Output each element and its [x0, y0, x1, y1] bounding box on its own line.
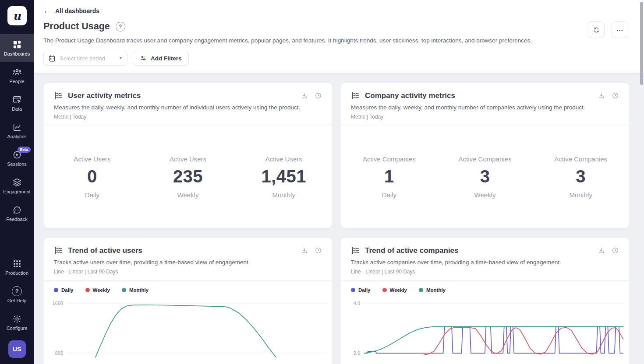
- legend-dot: [419, 288, 423, 292]
- metric-value: 1: [341, 167, 437, 186]
- legend-item-weekly[interactable]: Weekly: [382, 287, 407, 293]
- metric-label: Active Companies: [341, 155, 437, 163]
- legend-item-weekly[interactable]: Weekly: [85, 287, 110, 293]
- sidebar-item-engagement[interactable]: Engagement: [0, 172, 34, 200]
- download-icon[interactable]: [301, 92, 308, 99]
- legend-dot: [382, 288, 387, 292]
- page-header: ← All dashboards Product Usage ? ... The…: [34, 0, 644, 73]
- back-link[interactable]: ← All dashboards: [43, 7, 99, 14]
- chart-plot-area[interactable]: [67, 298, 326, 357]
- legend-item-daily[interactable]: Daily: [351, 287, 371, 293]
- title-help-icon[interactable]: ?: [116, 22, 125, 32]
- clock-icon[interactable]: [315, 247, 322, 254]
- dashboard-grid-icon: [12, 39, 22, 49]
- sidebar-nav: Dashboards People Data Analytics Beta: [0, 34, 34, 227]
- metric-label: Active Users: [44, 155, 140, 163]
- metric-value: 3: [437, 167, 533, 186]
- download-icon[interactable]: [598, 92, 605, 99]
- add-filters-button[interactable]: Add Filters: [133, 51, 189, 66]
- y-axis-label: 1600: [53, 301, 63, 306]
- y-axis-label: 2.0: [354, 350, 360, 356]
- legend-label: Monthly: [426, 287, 446, 293]
- legend-label: Weekly: [390, 287, 407, 293]
- metric-monthly-active-users: Active Users 1,451 Monthly: [236, 155, 332, 199]
- grid-dots-icon: [12, 259, 22, 269]
- widget-chart-icon: [54, 91, 63, 100]
- legend-item-daily[interactable]: Daily: [54, 287, 74, 293]
- chart-plot-area[interactable]: [364, 298, 623, 357]
- metric-period: Weekly: [140, 191, 236, 199]
- sidebar-item-data[interactable]: Data: [0, 89, 34, 117]
- sidebar-item-label: People: [9, 79, 24, 84]
- calendar-icon: [48, 55, 56, 62]
- chart-legend: Daily Weekly Monthly: [44, 281, 332, 297]
- logo-letter: u: [13, 10, 21, 21]
- layers-icon: [12, 177, 22, 187]
- download-icon[interactable]: [301, 247, 308, 254]
- legend-label: Weekly: [93, 287, 110, 293]
- sidebar-item-feedback[interactable]: Feedback: [0, 200, 34, 227]
- download-icon[interactable]: [598, 247, 605, 254]
- sidebar-item-label: Data: [12, 107, 22, 112]
- main-area: ← All dashboards Product Usage ? ... The…: [34, 0, 644, 364]
- sidebar-item-label: Production: [5, 271, 28, 276]
- legend-label: Daily: [61, 287, 74, 293]
- sidebar-item-sessions[interactable]: Beta Sessions: [0, 144, 34, 172]
- metric-daily-active-companies: Active Companies 1 Daily: [341, 155, 437, 199]
- y-axis: 4.02.0: [341, 298, 364, 357]
- card-title: Company activity metrics: [365, 91, 593, 100]
- clock-icon[interactable]: [315, 92, 322, 99]
- sidebar: u Dashboards People Data Analytics: [0, 0, 34, 364]
- sidebar-item-label: Feedback: [6, 217, 27, 222]
- sidebar-item-label: Engagement: [3, 189, 30, 194]
- sidebar-item-production[interactable]: Production: [0, 253, 34, 281]
- metric-weekly-active-companies: Active Companies 3 Weekly: [437, 155, 533, 199]
- user-avatar[interactable]: US: [8, 340, 26, 358]
- widget-chart-icon: [351, 246, 360, 255]
- card-meta: Line - Linear | Last 90 Days: [351, 269, 619, 275]
- speech-bubble-icon: [12, 205, 22, 215]
- page-title: Product Usage: [43, 21, 110, 32]
- metric-monthly-active-companies: Active Companies 3 Monthly: [533, 155, 629, 199]
- sidebar-item-analytics[interactable]: Analytics: [0, 117, 34, 144]
- more-options-button[interactable]: ...: [612, 21, 628, 38]
- sidebar-item-get-help[interactable]: ? Get Help: [0, 281, 34, 308]
- sidebar-item-dashboards[interactable]: Dashboards: [0, 34, 34, 62]
- card-title: Trend of active companies: [365, 246, 593, 255]
- metric-period: Monthly: [236, 191, 332, 199]
- legend-dot: [85, 288, 90, 292]
- card-user-activity-metrics: User activity metrics Measures the daily…: [44, 83, 332, 228]
- legend-item-monthly[interactable]: Monthly: [419, 287, 446, 293]
- sidebar-item-configure[interactable]: Configure: [0, 308, 34, 336]
- widget-chart-icon: [54, 246, 63, 255]
- legend-item-monthly[interactable]: Monthly: [122, 287, 149, 293]
- filter-sliders-icon: [140, 55, 147, 62]
- userpilot-logo[interactable]: u: [7, 6, 27, 25]
- refresh-icon: [593, 26, 600, 34]
- metric-period: Daily: [341, 191, 437, 199]
- metric-value: 235: [140, 167, 236, 186]
- clock-icon[interactable]: [612, 247, 619, 254]
- time-period-select[interactable]: Select time period ▼: [43, 51, 127, 66]
- y-axis: 1600800: [44, 298, 67, 357]
- metric-daily-active-users: Active Users 0 Daily: [44, 155, 140, 199]
- metric-value: 0: [44, 167, 140, 186]
- card-description: Tracks active users over time, providing…: [54, 259, 322, 266]
- vertical-scrollbar-thumb[interactable]: [640, 2, 643, 85]
- card-meta: Metric | Today: [351, 114, 619, 120]
- card-meta: Metric | Today: [54, 114, 322, 120]
- sidebar-item-people[interactable]: People: [0, 62, 34, 89]
- metric-weekly-active-users: Active Users 235 Weekly: [140, 155, 236, 199]
- page-description: The Product Usage Dashboard tracks user …: [43, 37, 628, 44]
- sidebar-item-label: Get Help: [7, 298, 26, 303]
- legend-dot: [351, 288, 355, 292]
- metric-value: 1,451: [236, 167, 332, 186]
- clock-icon[interactable]: [612, 92, 619, 99]
- card-trend-active-companies: Trend of active companies Tracks active …: [341, 238, 629, 364]
- analytics-chart-icon: [12, 122, 22, 132]
- card-title: Trend of active users: [68, 246, 296, 255]
- widget-chart-icon: [351, 91, 360, 100]
- refresh-button[interactable]: [588, 21, 605, 38]
- sidebar-bottom-nav: Production ? Get Help Configure: [0, 253, 34, 336]
- metric-period: Weekly: [437, 191, 533, 199]
